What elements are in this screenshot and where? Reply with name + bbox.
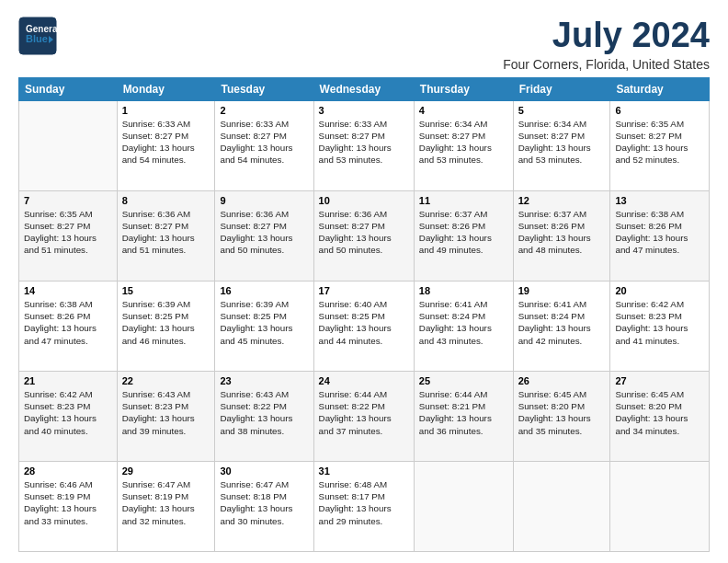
day-number: 1 xyxy=(122,105,210,116)
day-number: 30 xyxy=(220,465,308,477)
day-info: Sunrise: 6:44 AMSunset: 8:22 PMDaylight:… xyxy=(319,388,409,437)
title-block: July 2024 Four Corners, Florida, United … xyxy=(503,17,710,72)
calendar-cell: 28Sunrise: 6:46 AMSunset: 8:19 PMDayligh… xyxy=(19,461,118,551)
calendar-cell: 10Sunrise: 6:36 AMSunset: 8:27 PMDayligh… xyxy=(313,190,414,281)
day-number: 23 xyxy=(220,375,308,386)
calendar-cell: 22Sunrise: 6:43 AMSunset: 8:23 PMDayligh… xyxy=(117,371,215,461)
day-info: Sunrise: 6:44 AMSunset: 8:21 PMDaylight:… xyxy=(419,388,508,437)
calendar-cell: 5Sunrise: 6:34 AMSunset: 8:27 PMDaylight… xyxy=(513,100,610,190)
calendar-cell: 11Sunrise: 6:37 AMSunset: 8:26 PMDayligh… xyxy=(414,190,513,281)
calendar-table: SundayMondayTuesdayWednesdayThursdayFrid… xyxy=(18,77,710,552)
calendar-cell xyxy=(19,100,118,190)
day-info: Sunrise: 6:35 AMSunset: 8:27 PMDaylight:… xyxy=(615,118,704,167)
day-info: Sunrise: 6:42 AMSunset: 8:23 PMDaylight:… xyxy=(615,298,704,347)
subtitle: Four Corners, Florida, United States xyxy=(503,57,710,72)
day-info: Sunrise: 6:48 AMSunset: 8:17 PMDaylight:… xyxy=(319,478,409,527)
day-number: 20 xyxy=(615,285,704,296)
calendar-cell: 16Sunrise: 6:39 AMSunset: 8:25 PMDayligh… xyxy=(215,281,313,371)
day-info: Sunrise: 6:43 AMSunset: 8:23 PMDaylight:… xyxy=(122,388,210,437)
calendar-cell xyxy=(513,461,610,551)
day-number: 16 xyxy=(220,285,308,296)
weekday-header-monday: Monday xyxy=(117,77,215,100)
day-info: Sunrise: 6:40 AMSunset: 8:25 PMDaylight:… xyxy=(319,298,409,347)
calendar-cell: 21Sunrise: 6:42 AMSunset: 8:23 PMDayligh… xyxy=(19,371,118,461)
day-number: 15 xyxy=(122,285,210,296)
day-number: 27 xyxy=(615,375,704,386)
day-info: Sunrise: 6:39 AMSunset: 8:25 PMDaylight:… xyxy=(122,298,210,347)
day-number: 28 xyxy=(24,465,112,477)
day-info: Sunrise: 6:41 AMSunset: 8:24 PMDaylight:… xyxy=(518,298,606,347)
day-number: 4 xyxy=(419,105,508,116)
day-number: 14 xyxy=(24,285,112,296)
calendar-cell: 30Sunrise: 6:47 AMSunset: 8:18 PMDayligh… xyxy=(215,461,313,551)
day-info: Sunrise: 6:36 AMSunset: 8:27 PMDaylight:… xyxy=(319,208,409,257)
day-number: 5 xyxy=(518,105,606,116)
day-info: Sunrise: 6:35 AMSunset: 8:27 PMDaylight:… xyxy=(24,208,112,257)
page: General Blue July 2024 Four Corners, Flo… xyxy=(0,0,728,563)
calendar-cell: 29Sunrise: 6:47 AMSunset: 8:19 PMDayligh… xyxy=(117,461,215,551)
logo: General Blue xyxy=(18,17,57,55)
calendar-cell: 25Sunrise: 6:44 AMSunset: 8:21 PMDayligh… xyxy=(414,371,513,461)
weekday-header-sunday: Sunday xyxy=(19,77,118,100)
day-number: 10 xyxy=(319,195,409,206)
calendar-cell: 20Sunrise: 6:42 AMSunset: 8:23 PMDayligh… xyxy=(610,281,710,371)
day-info: Sunrise: 6:38 AMSunset: 8:26 PMDaylight:… xyxy=(615,208,704,257)
day-info: Sunrise: 6:39 AMSunset: 8:25 PMDaylight:… xyxy=(220,298,308,347)
calendar-cell: 8Sunrise: 6:36 AMSunset: 8:27 PMDaylight… xyxy=(117,190,215,281)
day-number: 9 xyxy=(220,195,308,206)
calendar-cell: 14Sunrise: 6:38 AMSunset: 8:26 PMDayligh… xyxy=(19,281,118,371)
svg-text:Blue: Blue xyxy=(26,33,48,44)
calendar-cell xyxy=(610,461,710,551)
day-info: Sunrise: 6:45 AMSunset: 8:20 PMDaylight:… xyxy=(615,388,704,437)
day-number: 26 xyxy=(518,375,606,386)
day-info: Sunrise: 6:36 AMSunset: 8:27 PMDaylight:… xyxy=(122,208,210,257)
calendar-week-row: 7Sunrise: 6:35 AMSunset: 8:27 PMDaylight… xyxy=(19,190,710,281)
calendar-cell: 4Sunrise: 6:34 AMSunset: 8:27 PMDaylight… xyxy=(414,100,513,190)
calendar-cell: 27Sunrise: 6:45 AMSunset: 8:20 PMDayligh… xyxy=(610,371,710,461)
calendar-cell: 31Sunrise: 6:48 AMSunset: 8:17 PMDayligh… xyxy=(313,461,414,551)
weekday-header-wednesday: Wednesday xyxy=(313,77,414,100)
calendar-week-row: 21Sunrise: 6:42 AMSunset: 8:23 PMDayligh… xyxy=(19,371,710,461)
calendar-week-row: 28Sunrise: 6:46 AMSunset: 8:19 PMDayligh… xyxy=(19,461,710,551)
calendar-cell: 6Sunrise: 6:35 AMSunset: 8:27 PMDaylight… xyxy=(610,100,710,190)
calendar-cell: 18Sunrise: 6:41 AMSunset: 8:24 PMDayligh… xyxy=(414,281,513,371)
calendar-cell: 23Sunrise: 6:43 AMSunset: 8:22 PMDayligh… xyxy=(215,371,313,461)
calendar-cell: 26Sunrise: 6:45 AMSunset: 8:20 PMDayligh… xyxy=(513,371,610,461)
day-number: 29 xyxy=(122,465,210,477)
day-number: 7 xyxy=(24,195,112,206)
logo-icon: General Blue xyxy=(18,17,57,55)
day-number: 8 xyxy=(122,195,210,206)
day-number: 12 xyxy=(518,195,606,206)
header: General Blue July 2024 Four Corners, Flo… xyxy=(18,17,710,72)
day-number: 24 xyxy=(319,375,409,386)
day-info: Sunrise: 6:37 AMSunset: 8:26 PMDaylight:… xyxy=(518,208,606,257)
calendar-cell: 12Sunrise: 6:37 AMSunset: 8:26 PMDayligh… xyxy=(513,190,610,281)
day-number: 2 xyxy=(220,105,308,116)
day-number: 13 xyxy=(615,195,704,206)
calendar-cell: 7Sunrise: 6:35 AMSunset: 8:27 PMDaylight… xyxy=(19,190,118,281)
calendar-cell: 17Sunrise: 6:40 AMSunset: 8:25 PMDayligh… xyxy=(313,281,414,371)
day-info: Sunrise: 6:38 AMSunset: 8:26 PMDaylight:… xyxy=(24,298,112,347)
day-number: 18 xyxy=(419,285,508,296)
weekday-header-thursday: Thursday xyxy=(414,77,513,100)
weekday-header-friday: Friday xyxy=(513,77,610,100)
weekday-header-row: SundayMondayTuesdayWednesdayThursdayFrid… xyxy=(19,77,710,100)
day-info: Sunrise: 6:33 AMSunset: 8:27 PMDaylight:… xyxy=(122,118,210,167)
day-info: Sunrise: 6:43 AMSunset: 8:22 PMDaylight:… xyxy=(220,388,308,437)
day-info: Sunrise: 6:33 AMSunset: 8:27 PMDaylight:… xyxy=(319,118,409,167)
calendar-week-row: 1Sunrise: 6:33 AMSunset: 8:27 PMDaylight… xyxy=(19,100,710,190)
calendar-cell xyxy=(414,461,513,551)
day-number: 6 xyxy=(615,105,704,116)
day-info: Sunrise: 6:47 AMSunset: 8:19 PMDaylight:… xyxy=(122,478,210,527)
day-number: 3 xyxy=(319,105,409,116)
day-number: 25 xyxy=(419,375,508,386)
day-number: 22 xyxy=(122,375,210,386)
day-info: Sunrise: 6:33 AMSunset: 8:27 PMDaylight:… xyxy=(220,118,308,167)
weekday-header-saturday: Saturday xyxy=(610,77,710,100)
day-number: 17 xyxy=(319,285,409,296)
day-number: 11 xyxy=(419,195,508,206)
calendar-week-row: 14Sunrise: 6:38 AMSunset: 8:26 PMDayligh… xyxy=(19,281,710,371)
calendar-cell: 9Sunrise: 6:36 AMSunset: 8:27 PMDaylight… xyxy=(215,190,313,281)
calendar-cell: 19Sunrise: 6:41 AMSunset: 8:24 PMDayligh… xyxy=(513,281,610,371)
day-info: Sunrise: 6:34 AMSunset: 8:27 PMDaylight:… xyxy=(518,118,606,167)
